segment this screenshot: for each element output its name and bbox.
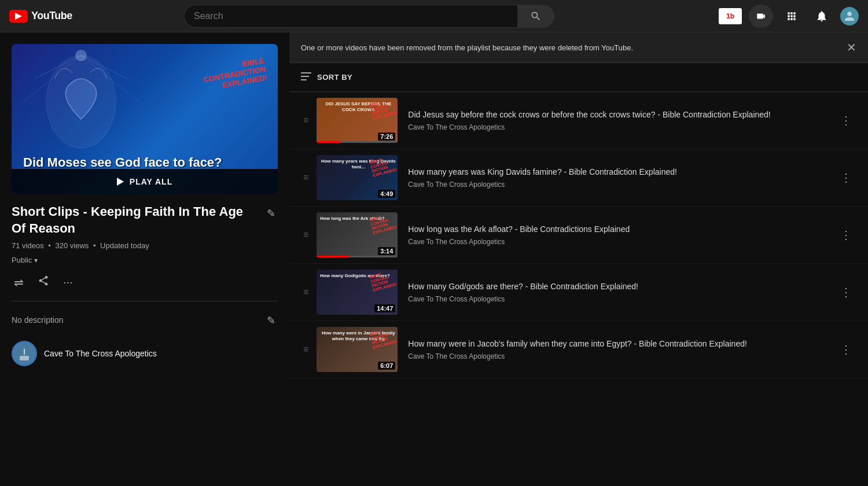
video-more-button[interactable]: ⋮ — [836, 168, 856, 187]
svg-rect-10 — [301, 72, 311, 73]
channel-name: Cave To The Cross Apologetics — [44, 349, 157, 358]
sort-icon — [301, 71, 311, 83]
share-button[interactable] — [35, 273, 52, 292]
playlist-info: Short Clips - Keeping Faith In The Age O… — [12, 204, 278, 366]
video-info: How many were in Jacob's family when the… — [403, 338, 830, 360]
progress-bar — [317, 256, 398, 257]
video-channel: Cave To The Cross Apologetics — [408, 123, 825, 131]
notifications-button[interactable] — [810, 5, 833, 28]
video-more-button[interactable]: ⋮ — [836, 283, 856, 301]
edit-description-button[interactable]: ✎ — [264, 312, 278, 329]
more-options-button[interactable]: ··· — [61, 273, 75, 291]
drag-handle-icon: ≡ — [301, 287, 311, 297]
channel-avatar-image — [12, 341, 37, 366]
duration-badge: 7:26 — [378, 132, 395, 141]
progress-bar — [317, 141, 398, 143]
search-input[interactable] — [184, 5, 517, 28]
video-title: How many God/gods are there? - Bible Con… — [408, 281, 825, 293]
search-button[interactable] — [517, 5, 554, 28]
svg-rect-11 — [301, 76, 309, 77]
svg-point-6 — [75, 50, 87, 61]
video-channel: Cave To The Cross Apologetics — [408, 295, 825, 303]
video-title: How many were in Jacob's family when the… — [408, 338, 825, 350]
video-item[interactable]: ≡ How many were in Jacob's family when t… — [289, 321, 868, 378]
videos-count: 71 videos — [12, 241, 44, 250]
notification-close-button[interactable]: ✕ — [847, 41, 856, 54]
video-info: How many years was King Davids famine? -… — [403, 167, 830, 189]
video-more-button[interactable]: ⋮ — [836, 111, 856, 130]
drag-handle-icon: ≡ — [301, 172, 311, 183]
video-title: How long was the Ark afloat? - Bible Con… — [408, 224, 825, 235]
apps-button[interactable] — [780, 5, 803, 28]
drag-handle-icon: ≡ — [301, 230, 311, 240]
video-list: ≡ DID JESUS SAY BEFORE THE COCK CROWS BI… — [289, 92, 868, 378]
search-icon — [530, 10, 542, 22]
share-icon — [38, 275, 49, 286]
user-avatar[interactable] — [840, 7, 859, 25]
video-more-button[interactable]: ⋮ — [836, 226, 856, 244]
youtube-logo-icon[interactable] — [9, 10, 28, 23]
video-channel: Cave To The Cross Apologetics — [408, 238, 825, 246]
video-title: How many years was King Davids famine? -… — [408, 167, 825, 178]
description-row: No description ✎ — [12, 301, 278, 329]
progress-fill — [317, 256, 349, 257]
svg-rect-12 — [301, 79, 307, 80]
play-icon — [117, 178, 124, 186]
shuffle-button[interactable]: ⇌ — [12, 273, 26, 292]
video-info: How long was the Ark afloat? - Bible Con… — [403, 224, 830, 246]
channel-avatar-icon — [15, 344, 34, 363]
visibility-label: Public — [12, 256, 32, 264]
duration-badge: 4:49 — [378, 190, 395, 198]
drag-handle-icon: ≡ — [301, 115, 311, 126]
play-all-button[interactable]: PLAY ALL — [12, 169, 278, 194]
drag-handle-icon: ≡ — [301, 344, 311, 355]
video-item[interactable]: ≡ DID JESUS SAY BEFORE THE COCK CROWS BI… — [289, 92, 868, 149]
main-content: BIBLECONTRADICTIONEXPLAINED! Did Moses s… — [0, 32, 868, 486]
play-all-label: PLAY ALL — [130, 177, 172, 186]
video-title: Did Jesus say before the cock crows or b… — [408, 109, 825, 121]
create-button[interactable] — [749, 5, 773, 28]
playlist-title-row: Short Clips - Keeping Faith In The Age O… — [12, 204, 278, 237]
duration-badge: 6:07 — [378, 362, 395, 370]
header-actions: 1b — [719, 5, 859, 28]
sort-bar[interactable]: SORT BY — [289, 63, 868, 92]
duration-badge: 14:47 — [374, 304, 395, 312]
views-count: 320 views — [55, 241, 89, 250]
video-item[interactable]: ≡ How many God/gods are there? BIBLECONT… — [289, 264, 868, 321]
video-thumbnail: How many were in Jacob's family when the… — [317, 327, 398, 372]
chevron-down-icon: ▾ — [34, 256, 38, 264]
thumb-red-label: BIBLECONTRADICTIONEXPLAINED! — [201, 56, 268, 93]
sort-label: SORT BY — [317, 73, 352, 82]
logo-area: YouTube — [9, 10, 102, 23]
extension-icon[interactable]: 1b — [719, 8, 742, 24]
header: YouTube 1b — [0, 0, 868, 32]
notification-message: One or more videos have been removed fro… — [301, 43, 633, 52]
video-thumbnail: DID JESUS SAY BEFORE THE COCK CROWS BIBL… — [317, 98, 398, 143]
video-channel: Cave To The Cross Apologetics — [408, 352, 825, 360]
channel-avatar — [12, 341, 37, 366]
channel-row[interactable]: Cave To The Cross Apologetics — [12, 341, 278, 366]
bell-icon — [815, 10, 828, 23]
video-channel: Cave To The Cross Apologetics — [408, 181, 825, 189]
progress-fill — [317, 141, 341, 143]
video-info: Did Jesus say before the cock crows or b… — [403, 109, 830, 131]
video-thumbnail: How many years was King Davids fami... B… — [317, 155, 398, 200]
notification-bar: One or more videos have been removed fro… — [289, 32, 868, 63]
sort-lines-icon — [301, 72, 311, 80]
video-item[interactable]: ≡ How long was the Ark afloat? BIBLECONT… — [289, 207, 868, 264]
create-icon — [756, 11, 766, 21]
playlist-meta: 71 videos • 320 views • Updated today — [12, 241, 278, 250]
edit-title-button[interactable]: ✎ — [264, 205, 278, 222]
logo-text: YouTube — [31, 10, 72, 22]
avatar-icon — [843, 9, 856, 23]
video-info: How many God/gods are there? - Bible Con… — [403, 281, 830, 303]
description-text: No description — [12, 315, 64, 325]
video-thumbnail: How many God/gods are there? BIBLECONTRA… — [317, 270, 398, 315]
updated-date: Updated today — [100, 241, 149, 250]
video-item[interactable]: ≡ How many years was King Davids fami...… — [289, 149, 868, 207]
visibility-row[interactable]: Public ▾ — [12, 256, 278, 264]
duration-badge: 3:14 — [378, 247, 395, 255]
search-area — [184, 5, 554, 28]
video-more-button[interactable]: ⋮ — [836, 340, 856, 359]
apps-icon — [786, 10, 797, 22]
